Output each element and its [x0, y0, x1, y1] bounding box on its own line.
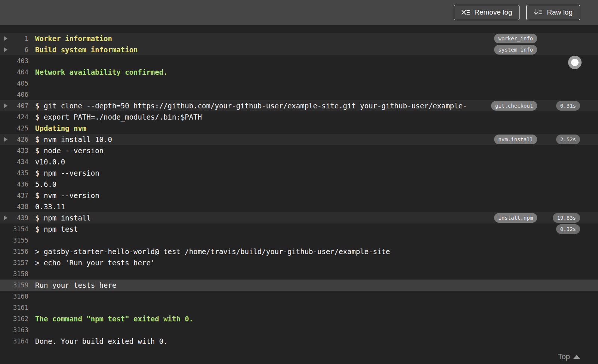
line-number[interactable]: 3164: [0, 336, 28, 347]
log-line: 439$ npm installinstall.npm19.83s: [0, 212, 598, 223]
line-number[interactable]: 425: [0, 123, 28, 134]
log-line: 3154$ npm test0.32s: [0, 223, 598, 235]
fold-name-badge: git.checkout: [491, 101, 537, 111]
fold-arrow-icon[interactable]: [4, 216, 7, 220]
fold-name-badge: nvm.install: [494, 135, 537, 144]
line-number[interactable]: 434: [0, 156, 28, 167]
log-line: 435$ npm --version: [0, 167, 598, 179]
duration-badge: 19.83s: [553, 213, 580, 223]
fold-name-badge: worker_info: [494, 34, 537, 43]
log-line: 3164Done. Your build exited with 0.: [0, 336, 598, 347]
log-line: 406: [0, 89, 598, 100]
triangle-up-icon: [573, 355, 580, 359]
line-number[interactable]: 3162: [0, 313, 28, 324]
log-text: Updating nvm: [28, 123, 598, 134]
log-text: Network availability confirmed.: [28, 67, 598, 78]
log-text: 0.33.11: [28, 201, 598, 212]
line-number[interactable]: 3154: [0, 223, 28, 235]
scroll-to-top-link[interactable]: Top: [558, 352, 580, 361]
log-text: The command "npm test" exited with 0.: [28, 313, 598, 324]
log-text: $ nvm --version: [28, 190, 598, 201]
log-line: 3162The command "npm test" exited with 0…: [0, 313, 598, 324]
log-toolbar: Remove log Raw log: [0, 0, 598, 25]
download-list-icon: [534, 9, 543, 16]
line-number[interactable]: 3160: [0, 291, 28, 302]
line-number[interactable]: 406: [0, 89, 28, 100]
log-line: 4380.33.11: [0, 201, 598, 212]
log-line: 434v10.0.0: [0, 156, 598, 167]
line-number[interactable]: 435: [0, 167, 28, 179]
line-number[interactable]: 433: [0, 145, 28, 156]
top-link-label: Top: [558, 352, 570, 361]
fold-name-badge: system_info: [494, 45, 537, 55]
log-line: 403: [0, 55, 598, 67]
fold-arrow-icon[interactable]: [4, 36, 7, 41]
log-text: $ npm --version: [28, 167, 598, 179]
log-line: 424$ export PATH=./node_modules/.bin:$PA…: [0, 111, 598, 123]
fold-arrow-icon[interactable]: [4, 104, 7, 108]
radio-circle-icon[interactable]: [568, 56, 582, 69]
line-number[interactable]: 405: [0, 78, 28, 89]
log-text: $ export PATH=./node_modules/.bin:$PATH: [28, 111, 598, 123]
log-line: 4365.6.0: [0, 179, 598, 190]
log-line: 407$ git clone --depth=50 https://github…: [0, 100, 598, 111]
log-text: > gatsby-starter-hello-world@ test /home…: [28, 246, 598, 257]
x-list-icon: [461, 9, 470, 16]
log-line: 3163: [0, 324, 598, 336]
log-text: > echo 'Run your tests here': [28, 257, 598, 268]
line-number[interactable]: 438: [0, 201, 28, 212]
line-number[interactable]: 3158: [0, 268, 28, 280]
duration-badge: 0.32s: [556, 224, 580, 234]
fold-arrow-icon[interactable]: [4, 47, 7, 52]
log-line: 425Updating nvm: [0, 123, 598, 134]
log-line: 1Worker informationworker_info: [0, 33, 598, 44]
remove-log-button[interactable]: Remove log: [454, 5, 520, 20]
log-text: $ node --version: [28, 145, 598, 156]
duration-badge: 0.31s: [556, 101, 580, 111]
log-line: 3160: [0, 291, 598, 302]
line-number[interactable]: 3156: [0, 246, 28, 257]
log-line: 3158: [0, 268, 598, 280]
line-number[interactable]: 3155: [0, 235, 28, 246]
line-number[interactable]: 3159: [0, 280, 28, 291]
line-number[interactable]: 424: [0, 111, 28, 123]
radio-circle-inner: [571, 59, 579, 66]
log-line: 3159Run your tests here: [0, 280, 598, 291]
log-line: 3156> gatsby-starter-hello-world@ test /…: [0, 246, 598, 257]
line-number[interactable]: 437: [0, 190, 28, 201]
log-text: Done. Your build exited with 0.: [28, 336, 598, 347]
remove-log-label: Remove log: [474, 8, 512, 16]
line-number[interactable]: 3163: [0, 324, 28, 336]
log-text: $ npm test: [28, 223, 598, 235]
log-rows: 1Worker informationworker_info6Build sys…: [0, 33, 598, 347]
raw-log-label: Raw log: [547, 8, 573, 16]
line-number[interactable]: 404: [0, 67, 28, 78]
fold-arrow-icon[interactable]: [4, 137, 7, 142]
log-line: 404Network availability confirmed.: [0, 67, 598, 78]
log-line: 6Build system informationsystem_info: [0, 44, 598, 55]
log-line: 405: [0, 78, 598, 89]
log-line: 3157> echo 'Run your tests here': [0, 257, 598, 268]
log-text: 5.6.0: [28, 179, 598, 190]
log-line: 433$ node --version: [0, 145, 598, 156]
log-line: 3161: [0, 302, 598, 313]
line-number[interactable]: 3157: [0, 257, 28, 268]
duration-badge: 2.52s: [556, 135, 580, 144]
log-line: 437$ nvm --version: [0, 190, 598, 201]
build-log: 1Worker informationworker_info6Build sys…: [0, 25, 598, 364]
log-line: 426$ nvm install 10.0nvm.install2.52s: [0, 134, 598, 145]
log-text: Run your tests here: [28, 280, 598, 291]
raw-log-button[interactable]: Raw log: [526, 5, 580, 20]
log-line: 3155: [0, 235, 598, 246]
line-number[interactable]: 436: [0, 179, 28, 190]
log-text: v10.0.0: [28, 156, 598, 167]
line-number[interactable]: 403: [0, 55, 28, 67]
fold-name-badge: install.npm: [494, 213, 537, 223]
line-number[interactable]: 3161: [0, 302, 28, 313]
